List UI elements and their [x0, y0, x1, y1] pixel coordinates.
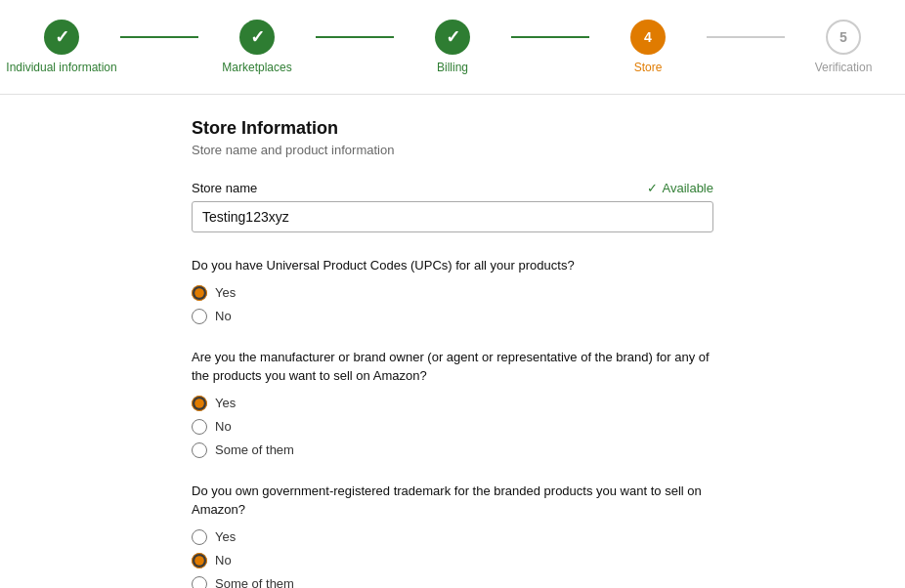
step-3: ✓ Billing: [394, 20, 511, 74]
question-1-text: Do you have Universal Product Codes (UPC…: [192, 256, 713, 275]
progress-bar: ✓ Individual information ✓ Marketplaces …: [0, 0, 905, 95]
question-3-section: Do you own government-registered tradema…: [192, 482, 713, 589]
q3-no-radio[interactable]: [192, 553, 207, 568]
check-icon: ✓: [55, 26, 69, 48]
step-5-label: Verification: [815, 61, 873, 74]
q1-yes-radio[interactable]: [192, 285, 207, 301]
step-verification: 5 Verification: [785, 20, 902, 74]
step-4-label: Store: [634, 61, 663, 74]
step-individual-information: ✓ Individual information: [3, 20, 198, 74]
q2-some-option[interactable]: Some of them: [192, 442, 713, 458]
q3-no-option[interactable]: No: [192, 553, 713, 568]
store-name-input[interactable]: [192, 201, 713, 232]
section-title: Store Information: [192, 118, 713, 139]
q1-no-radio[interactable]: [192, 309, 207, 324]
step-billing: ✓ Billing: [394, 20, 589, 74]
section-subtitle: Store name and product information: [192, 143, 713, 157]
step-marketplaces: ✓ Marketplaces: [198, 20, 394, 74]
q2-no-radio[interactable]: [192, 419, 207, 435]
availability-badge: ✓ Available: [647, 181, 713, 195]
q2-no-option[interactable]: No: [192, 419, 713, 435]
q3-some-option[interactable]: Some of them: [192, 576, 713, 589]
step-1-circle: ✓: [44, 20, 79, 55]
q1-yes-label: Yes: [215, 285, 236, 300]
q3-some-radio[interactable]: [192, 576, 207, 589]
check-available-icon: ✓: [647, 181, 658, 195]
question-3-text: Do you own government-registered tradema…: [192, 482, 713, 520]
step-1-label: Individual information: [6, 61, 116, 74]
q3-yes-label: Yes: [215, 529, 236, 544]
q3-yes-option[interactable]: Yes: [192, 529, 713, 545]
q2-no-label: No: [215, 419, 232, 434]
question-2-text: Are you the manufacturer or brand owner …: [192, 348, 713, 386]
q3-no-label: No: [215, 553, 232, 567]
step-3-label: Billing: [437, 61, 468, 74]
store-name-field-row: Store name ✓ Available: [192, 181, 713, 195]
available-text: Available: [662, 181, 713, 195]
step-5-number: 5: [840, 29, 847, 45]
main-content: Store Information Store name and product…: [0, 95, 905, 588]
step-line-2: [316, 36, 394, 38]
q1-yes-option[interactable]: Yes: [192, 285, 713, 301]
q2-some-radio[interactable]: [192, 442, 207, 458]
step-4-number: 4: [644, 29, 652, 45]
q2-yes-radio[interactable]: [192, 396, 207, 411]
q2-yes-option[interactable]: Yes: [192, 396, 713, 411]
q3-yes-radio[interactable]: [192, 529, 207, 545]
check-icon-3: ✓: [446, 26, 460, 48]
question-1-section: Do you have Universal Product Codes (UPC…: [192, 256, 713, 324]
q1-no-label: No: [215, 309, 232, 323]
step-line-1: [120, 36, 198, 38]
check-icon-2: ✓: [250, 26, 265, 48]
q2-yes-label: Yes: [215, 396, 236, 410]
store-name-label: Store name: [192, 181, 257, 195]
step-4-circle: 4: [630, 20, 666, 55]
step-5-circle: 5: [826, 20, 861, 55]
step-store: 4 Store: [589, 20, 785, 74]
step-line-3: [511, 36, 589, 38]
question-2-section: Are you the manufacturer or brand owner …: [192, 348, 713, 458]
q2-some-label: Some of them: [215, 442, 294, 457]
step-line-4: [707, 36, 785, 38]
step-2-circle: ✓: [239, 20, 275, 55]
q3-some-label: Some of them: [215, 576, 294, 588]
q1-no-option[interactable]: No: [192, 309, 713, 324]
step-5: 5 Verification: [785, 20, 902, 74]
step-1: ✓ Individual information: [3, 20, 120, 74]
step-3-circle: ✓: [435, 20, 470, 55]
step-2: ✓ Marketplaces: [198, 20, 316, 74]
step-2-label: Marketplaces: [222, 61, 291, 74]
step-4: 4 Store: [589, 20, 707, 74]
